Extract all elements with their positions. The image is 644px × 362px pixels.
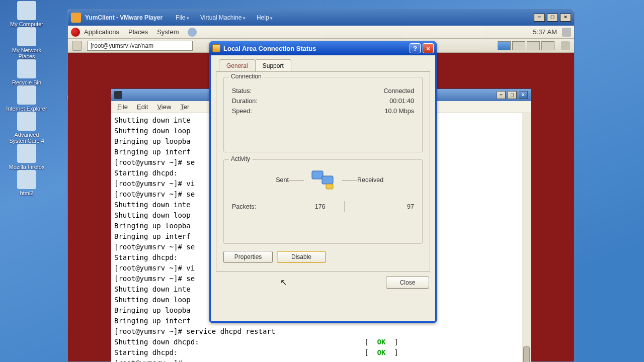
activity-network-icon — [309, 169, 337, 191]
desktop-icon-label: Internet Explorer — [5, 106, 48, 112]
terminal-menu-file[interactable]: File — [117, 103, 128, 111]
desktop-icon[interactable]: Recycle Bin — [5, 59, 48, 85]
desktop-icon[interactable]: Internet Explorer — [5, 85, 48, 112]
properties-button[interactable]: Properties — [223, 251, 273, 263]
desktop-icon[interactable]: Mozilla Firefox — [5, 144, 48, 170]
vmware-icon — [71, 13, 81, 23]
tab-general[interactable]: General — [219, 59, 256, 71]
help-button[interactable]: ? — [410, 43, 421, 53]
terminal-icon — [114, 91, 122, 99]
gnome-top-panel: Applications Places System 5:37 AM — [68, 26, 574, 39]
duration-label: Duration: — [232, 98, 258, 105]
desktop-icon-glyph — [17, 112, 36, 131]
workspace-4[interactable] — [541, 41, 554, 50]
activity-group-caption: Activity — [229, 155, 252, 162]
gnome-launcher-icon[interactable] — [188, 28, 197, 37]
desktop-icon-glyph — [17, 144, 36, 163]
vm-menu-virtual-machine[interactable]: Virtual Machine — [200, 14, 246, 21]
desktop-icon-glyph — [17, 85, 36, 105]
redhat-icon[interactable] — [71, 28, 80, 37]
desktop-icon[interactable]: Advanced SystemCare 4 — [5, 112, 48, 144]
gnome-clock[interactable]: 5:37 AM — [533, 28, 557, 36]
show-desktop-button[interactable] — [72, 41, 82, 51]
desktop-icon-label: Mozilla Firefox — [5, 164, 48, 170]
desktop-icon-glyph — [17, 170, 36, 189]
desktop-icon[interactable]: My Network Places — [5, 27, 48, 59]
titlebar-close-button[interactable]: × — [423, 43, 434, 53]
trash-icon[interactable] — [561, 41, 570, 50]
gnome-menu-applications[interactable]: Applications — [84, 28, 119, 36]
vmware-titlebar[interactable]: YumClient - VMware Player FileVirtual Ma… — [68, 10, 574, 26]
terminal-menu-terminal[interactable]: Ter — [180, 103, 189, 111]
window-list-item[interactable]: [root@yumsrv:/var/nam — [87, 41, 193, 51]
desktop-icon[interactable]: My Computer — [5, 1, 48, 27]
desktop-icon-glyph — [17, 1, 36, 20]
duration-value: 00:01:40 — [389, 98, 414, 105]
desktop-icon-label: Recycle Bin — [5, 79, 48, 85]
svg-rect-1 — [322, 176, 333, 184]
vm-maximize-button[interactable]: □ — [547, 14, 558, 22]
speed-value: 10.0 Mbps — [385, 108, 414, 115]
terminal-close-button[interactable]: × — [519, 91, 528, 99]
vm-menu-help[interactable]: Help — [257, 14, 273, 21]
desktop-icon-glyph — [17, 59, 36, 78]
gnome-menu-system[interactable]: System — [157, 28, 179, 36]
workspace-2[interactable] — [512, 41, 525, 50]
desktop-icon-label: My Network Places — [5, 47, 48, 59]
workspace-1[interactable] — [498, 41, 511, 50]
svg-rect-2 — [326, 184, 333, 189]
packets-received-value: 97 — [364, 203, 414, 210]
terminal-scrollbar[interactable] — [522, 113, 531, 362]
received-label: Received — [357, 176, 414, 184]
tab-support[interactable]: Support — [255, 59, 291, 71]
vm-menu-file[interactable]: File — [176, 14, 189, 21]
sent-label: Sent — [232, 176, 289, 184]
svg-rect-0 — [312, 171, 323, 179]
vmware-title-text: YumClient - VMware Player — [85, 14, 163, 21]
volume-icon[interactable] — [562, 28, 571, 37]
connection-group-caption: Connection — [229, 73, 264, 80]
desktop-icon-glyph — [17, 27, 36, 46]
status-value: Connected — [384, 87, 414, 95]
disable-button[interactable]: Disable — [277, 251, 326, 263]
desktop-icon[interactable]: html2 — [5, 170, 48, 196]
workspace-3[interactable] — [527, 41, 540, 50]
terminal-minimize-button[interactable]: – — [497, 91, 506, 99]
lan-dialog-titlebar[interactable]: Local Area Connection Status ? × — [209, 41, 437, 55]
lan-dialog-title: Local Area Connection Status — [223, 45, 316, 52]
lan-status-dialog: Local Area Connection Status ? × General… — [209, 41, 437, 323]
desktop-icon-label: My Computer — [5, 21, 48, 27]
packets-sent-value: 176 — [275, 203, 326, 210]
tab-page-general: Connection Status:Connected Duration:00:… — [216, 71, 430, 272]
vm-minimize-button[interactable]: – — [534, 14, 545, 22]
status-label: Status: — [232, 87, 252, 95]
terminal-menu-edit[interactable]: Edit — [137, 103, 148, 111]
close-button[interactable]: Close — [386, 277, 429, 289]
terminal-maximize-button[interactable]: □ — [508, 91, 517, 99]
gnome-menu-places[interactable]: Places — [128, 28, 148, 36]
terminal-menu-view[interactable]: View — [157, 103, 171, 111]
network-icon — [212, 44, 220, 52]
desktop-icon-label: Advanced SystemCare 4 — [5, 132, 48, 144]
packets-label: Packets: — [232, 203, 256, 210]
desktop-icon-label: html2 — [5, 190, 48, 196]
vm-close-button[interactable]: × — [560, 14, 571, 22]
speed-label: Speed: — [232, 108, 252, 115]
